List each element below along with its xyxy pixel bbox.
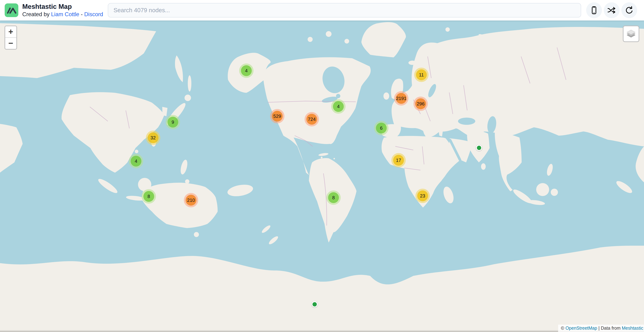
cluster-count: 4 [131, 156, 142, 167]
cluster-count: 6 [376, 123, 387, 133]
cluster-marker[interactable]: 32 [146, 131, 160, 145]
cluster-count: 17 [393, 155, 404, 166]
refresh-icon [624, 6, 634, 15]
title-block: Meshtastic Map Created by Liam Cottle - … [22, 3, 103, 18]
cluster-count: 23 [417, 190, 428, 201]
cluster-marker[interactable]: 4 [129, 154, 143, 168]
zoom-in-button[interactable]: + [5, 26, 16, 38]
attribution-separator: | Data from [597, 325, 622, 330]
refresh-button[interactable] [621, 2, 637, 18]
dash-separator: - [79, 11, 84, 18]
cluster-marker[interactable]: 296 [414, 97, 428, 111]
node-marker[interactable] [312, 301, 318, 307]
layers-icon [626, 29, 636, 39]
search-input[interactable] [108, 3, 581, 18]
author-link[interactable]: Liam Cottle [51, 11, 79, 18]
meshtastic-logo [5, 4, 18, 17]
cluster-count: 9 [168, 117, 178, 128]
app-header: Meshtastic Map Created by Liam Cottle - … [0, 0, 644, 21]
cluster-count: 210 [186, 195, 196, 206]
cluster-count: 32 [148, 132, 158, 143]
copyright-symbol: © [561, 325, 566, 330]
cluster-marker[interactable]: 23 [416, 189, 430, 203]
meshtastic-link[interactable]: Meshtastic [622, 325, 643, 330]
cluster-marker[interactable]: 4 [331, 99, 346, 114]
mountain-logo-icon [5, 4, 18, 17]
subtitle: Created by Liam Cottle - Discord [22, 11, 103, 18]
cluster-marker[interactable]: 6 [374, 121, 388, 135]
cluster-marker[interactable]: 9 [166, 115, 180, 129]
created-by-label: Created by [22, 11, 51, 18]
cluster-count: 2191 [396, 93, 407, 104]
zoom-out-button[interactable]: − [5, 38, 16, 49]
node-marker[interactable] [476, 145, 482, 151]
map-attribution: © OpenStreetMap | Data from Meshtastic [558, 325, 644, 332]
osm-link[interactable]: OpenStreetMap [566, 325, 597, 330]
mobile-app-button[interactable] [586, 2, 602, 18]
cluster-count: 8 [144, 191, 154, 202]
cluster-count: 4 [241, 65, 252, 76]
layers-control[interactable] [623, 26, 639, 42]
cluster-marker[interactable]: 17 [391, 153, 406, 167]
zoom-control: + − [4, 26, 17, 50]
cluster-marker[interactable]: 210 [184, 193, 198, 207]
cluster-marker[interactable]: 529 [270, 109, 284, 123]
cluster-marker[interactable]: 4 [239, 64, 254, 78]
shuffle-button[interactable] [604, 2, 620, 18]
world-map [0, 21, 644, 332]
cluster-marker[interactable]: 8 [326, 190, 341, 205]
cluster-count: 11 [416, 69, 427, 80]
cluster-marker[interactable]: 724 [304, 112, 319, 126]
phone-icon [590, 6, 598, 15]
shuffle-icon [607, 6, 616, 15]
cluster-marker[interactable]: 8 [142, 189, 156, 204]
cluster-count: 8 [328, 192, 339, 203]
cluster-marker[interactable]: 2191 [394, 91, 408, 106]
cluster-marker[interactable]: 11 [414, 68, 428, 82]
cluster-count: 296 [415, 98, 426, 109]
header-actions [586, 2, 637, 18]
page-title: Meshtastic Map [22, 3, 103, 11]
cluster-count: 4 [333, 101, 344, 112]
discord-link[interactable]: Discord [84, 11, 103, 18]
map-canvas[interactable]: 4112191296452972496321748210823 + − © Op… [0, 21, 644, 332]
cluster-count: 529 [272, 111, 283, 122]
cluster-count: 724 [306, 114, 317, 125]
